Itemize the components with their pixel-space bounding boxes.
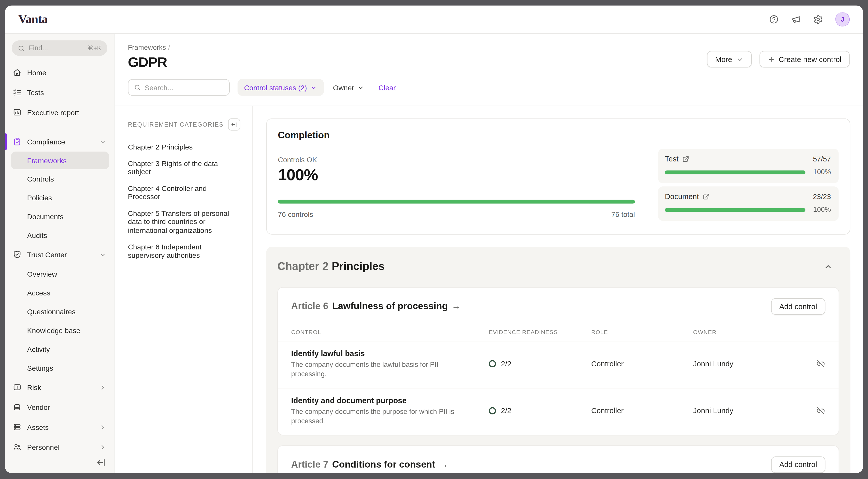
vendor-icon <box>13 403 22 412</box>
controls-count: 76 controls <box>278 210 313 219</box>
sidebar-item-trust-center[interactable]: Trust Center <box>5 245 114 264</box>
external-link-icon <box>702 193 709 200</box>
category-item[interactable]: Chapter 5 Transfers of personal data to … <box>128 209 240 234</box>
sidebar-item-personnel[interactable]: Personnel <box>5 437 114 457</box>
add-control-button[interactable]: Add control <box>771 456 826 473</box>
server-stack-icon <box>13 422 22 432</box>
home-icon <box>13 68 22 77</box>
chevron-down-icon <box>310 84 317 91</box>
control-role: Controller <box>591 407 693 415</box>
collapse-sidebar-icon[interactable] <box>96 458 106 468</box>
article-6-title[interactable]: Article 6 Lawfulness of processing → <box>291 301 461 312</box>
filter-row: Control statuses (2) Owner Clear <box>115 70 863 106</box>
chapter-title: Chapter 2Principles <box>277 260 385 273</box>
sidebar-item-documents[interactable]: Documents <box>5 207 114 226</box>
sidebar-item-risk[interactable]: Risk <box>5 377 114 397</box>
total-count: 76 total <box>611 210 635 219</box>
search-input[interactable] <box>128 79 230 96</box>
sidebar-item-settings[interactable]: Settings <box>5 358 114 377</box>
tile-percent: 100% <box>811 168 831 176</box>
sidebar-item-controls[interactable]: Controls <box>5 169 114 188</box>
completion-progress-bar <box>278 200 635 204</box>
arrow-right-icon: → <box>452 301 461 312</box>
tile-ratio: 57/57 <box>813 155 831 163</box>
control-row[interactable]: Identify lawful basis The company docume… <box>278 342 838 388</box>
top-bar: Vanta J <box>5 6 863 34</box>
controls-table-header: CONTROL EVIDENCE READINESS ROLE OWNER <box>278 325 838 341</box>
plus-icon <box>768 56 775 63</box>
sidebar-item-tests[interactable]: Tests <box>5 83 114 102</box>
clear-filters-link[interactable]: Clear <box>378 83 396 92</box>
completion-percent: 100% <box>278 166 635 184</box>
avatar[interactable]: J <box>835 12 850 27</box>
article-7-title[interactable]: Article 7 Conditions for consent → <box>291 459 448 470</box>
vanta-logo[interactable]: Vanta <box>18 12 48 27</box>
sidebar-item-executive-report[interactable]: Executive report <box>5 102 114 122</box>
checklist-icon <box>13 88 22 97</box>
main-area: Frameworks/ GDPR More Create new control <box>115 34 863 473</box>
sidebar-item-label: Assets <box>27 423 49 432</box>
sidebar-item-questionnaires[interactable]: Questionnaires <box>5 302 114 321</box>
shield-check-icon <box>13 250 22 259</box>
sidebar-item-knowledge-base[interactable]: Knowledge base <box>5 321 114 340</box>
find-shortcut: ⌘+K <box>87 44 101 52</box>
sidebar-item-frameworks[interactable]: Frameworks <box>11 152 109 169</box>
find-input[interactable]: Find... ⌘+K <box>12 40 107 56</box>
requirement-categories-panel: REQUIREMENT CATEGORIES Chapter 2 Princip… <box>115 106 253 473</box>
control-row[interactable]: Identity and document purpose The compan… <box>278 388 838 435</box>
sidebar-item-policies[interactable]: Policies <box>5 188 114 207</box>
sidebar-item-home[interactable]: Home <box>5 63 114 83</box>
settings-gear-icon[interactable] <box>813 14 823 24</box>
control-description: The company documents the purpose for wh… <box>291 407 489 425</box>
announcements-icon[interactable] <box>791 14 801 24</box>
sidebar-item-access[interactable]: Access <box>5 283 114 302</box>
test-progress-tile[interactable]: Test 57/57 100% <box>658 149 838 183</box>
sidebar-item-label: Executive report <box>27 108 79 117</box>
document-progress-tile[interactable]: Document 23/23 100% <box>658 186 838 221</box>
create-new-control-button[interactable]: Create new control <box>760 51 850 67</box>
search-field[interactable] <box>145 83 224 92</box>
owner-filter[interactable]: Owner <box>333 83 364 92</box>
sidebar-item-activity[interactable]: Activity <box>5 340 114 358</box>
sidebar-item-compliance[interactable]: Compliance <box>5 132 114 152</box>
sidebar-divider <box>13 127 106 127</box>
desktop-background: Vanta J Find... ⌘+K Home Test <box>0 0 868 479</box>
controls-ok-label: Controls OK <box>278 155 635 164</box>
category-item[interactable]: Chapter 2 Principles <box>128 142 240 151</box>
external-link-icon <box>682 155 689 162</box>
people-icon <box>13 443 22 451</box>
arrow-right-icon: → <box>439 459 448 470</box>
unlink-icon[interactable] <box>816 359 825 369</box>
chapter-2-section: Chapter 2Principles Article 6 Lawfulness… <box>266 247 850 473</box>
sidebar: Find... ⌘+K Home Tests Executive report <box>5 34 115 473</box>
column-owner: OWNER <box>693 329 804 336</box>
completion-title: Completion <box>278 130 838 141</box>
category-item[interactable]: Chapter 4 Controller and Processor <box>128 184 240 201</box>
sidebar-item-label: Personnel <box>27 443 60 451</box>
control-statuses-filter[interactable]: Control statuses (2) <box>238 79 324 96</box>
sidebar-item-audits[interactable]: Audits <box>5 226 114 245</box>
control-role: Controller <box>591 360 693 368</box>
category-item[interactable]: Chapter 3 Rights of the data subject <box>128 159 240 176</box>
add-control-button[interactable]: Add control <box>771 298 826 315</box>
column-role: ROLE <box>591 329 693 336</box>
content-area: Completion Controls OK 100% 76 controls <box>253 106 863 473</box>
sidebar-item-overview[interactable]: Overview <box>5 264 114 283</box>
evidence-ring-icon <box>489 360 496 368</box>
sidebar-item-assets[interactable]: Assets <box>5 417 114 437</box>
help-icon[interactable] <box>769 14 779 24</box>
search-icon <box>134 84 141 91</box>
more-button[interactable]: More <box>707 51 752 67</box>
collapse-chapter-icon[interactable] <box>824 262 833 271</box>
sidebar-item-label: Trust Center <box>27 250 67 259</box>
evidence-count: 2/2 <box>501 360 512 368</box>
breadcrumb[interactable]: Frameworks/ <box>128 44 170 51</box>
control-owner: Jonni Lundy <box>693 360 804 368</box>
category-item[interactable]: Chapter 6 Independent supervisory author… <box>128 243 240 259</box>
chevron-right-icon <box>99 423 106 431</box>
document-progress-bar <box>665 208 805 212</box>
collapse-panel-button[interactable] <box>228 119 240 131</box>
unlink-icon[interactable] <box>816 406 825 415</box>
sidebar-item-vendor[interactable]: Vendor <box>5 397 114 417</box>
bar-chart-icon <box>13 108 22 117</box>
